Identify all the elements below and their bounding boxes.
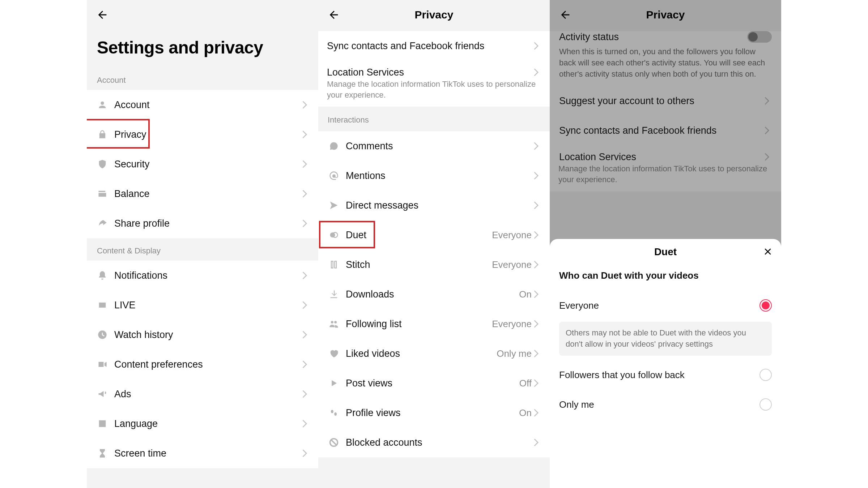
row-post-views[interactable]: Post views Off (318, 368, 550, 398)
row-label: Language (114, 418, 302, 429)
row-ads[interactable]: Ads (87, 379, 318, 409)
row-label: Following list (346, 318, 492, 330)
row-label: Privacy (114, 129, 302, 140)
back-icon[interactable] (328, 9, 340, 21)
row-value: Only me (497, 348, 532, 359)
chevron-right-icon (534, 409, 541, 416)
chevron-right-icon (534, 142, 541, 150)
privacy-duet-sheet-screen: Privacy Activity status When this is tur… (550, 0, 781, 488)
duet-bottom-sheet: Duet Who can Duet with your videos Every… (550, 239, 781, 488)
heart-icon (327, 348, 341, 359)
back-icon[interactable] (96, 9, 109, 21)
row-label: Liked videos (346, 348, 497, 359)
row-following-list[interactable]: Following list Everyone (318, 309, 550, 339)
row-label: Security (114, 159, 302, 170)
section-interactions-header: Interactions (318, 107, 550, 131)
row-stitch[interactable]: Stitch Everyone (318, 250, 550, 279)
row-label: Watch history (114, 329, 302, 341)
row-mentions[interactable]: Mentions (318, 161, 550, 191)
row-profile-views[interactable]: Profile views On (318, 398, 550, 428)
row-privacy[interactable]: Privacy (87, 120, 318, 149)
row-downloads[interactable]: Downloads On (318, 279, 550, 309)
row-label: Balance (114, 188, 302, 200)
chevron-right-icon (534, 202, 541, 209)
row-notifications[interactable]: Notifications (87, 261, 318, 290)
option-only-me[interactable]: Only me (550, 390, 781, 419)
chevron-right-icon (534, 261, 541, 268)
svg-point-2 (331, 410, 333, 413)
sheet-title: Duet (550, 239, 781, 264)
row-label: Blocked accounts (346, 437, 534, 448)
header: Privacy (318, 0, 550, 31)
info-note: Others may not be able to Duet with the … (559, 322, 772, 356)
row-sync-contacts[interactable]: Sync contacts and Facebook friends (318, 31, 550, 61)
lock-icon (95, 129, 109, 140)
send-icon (327, 200, 341, 210)
people-icon (327, 319, 341, 329)
sheet-subtitle: Who can Duet with your videos (550, 264, 781, 291)
row-label: Account (114, 99, 302, 111)
row-label: Direct messages (346, 200, 534, 211)
close-icon[interactable] (762, 246, 773, 257)
chevron-right-icon (534, 439, 541, 446)
row-live[interactable]: LIVE (87, 290, 318, 320)
row-share-profile[interactable]: Share profile (87, 209, 318, 238)
duet-icon (327, 230, 341, 240)
row-content-preferences[interactable]: Content preferences (87, 350, 318, 379)
row-value: On (519, 407, 532, 419)
row-label: Screen time (114, 448, 302, 459)
chevron-right-icon (534, 320, 541, 328)
chevron-right-icon (302, 131, 310, 138)
row-security[interactable]: Security (87, 149, 318, 179)
row-duet[interactable]: Duet Everyone (318, 220, 550, 250)
row-direct-messages[interactable]: Direct messages (318, 191, 550, 220)
section-account-header: Account (87, 68, 318, 90)
row-label: LIVE (114, 300, 302, 311)
row-label: Ads (114, 389, 302, 400)
row-label: Share profile (114, 218, 302, 229)
chevron-right-icon (534, 380, 541, 387)
row-label: Comments (346, 141, 534, 152)
row-balance[interactable]: Balance (87, 179, 318, 209)
radio-selected-icon (760, 299, 772, 312)
chevron-right-icon (534, 172, 541, 179)
chevron-right-icon (302, 361, 310, 368)
megaphone-icon (95, 389, 109, 399)
chevron-right-icon (302, 450, 310, 457)
chevron-right-icon (302, 272, 310, 279)
option-everyone[interactable]: Everyone (550, 291, 781, 320)
bell-icon (95, 270, 109, 281)
row-label: Location Services (327, 67, 534, 78)
settings-screen: Settings and privacy Account Account Pri… (87, 0, 318, 488)
content-list: Notifications LIVE Watch history Content… (87, 261, 318, 468)
svg-point-3 (334, 412, 337, 416)
option-followers-back[interactable]: Followers that you follow back (550, 360, 781, 390)
row-label: Downloads (346, 289, 519, 300)
row-blocked-accounts[interactable]: Blocked accounts (318, 428, 550, 457)
row-value: Off (519, 378, 532, 389)
chevron-right-icon (534, 69, 541, 76)
row-value: Everyone (492, 318, 532, 330)
row-label: Profile views (346, 407, 519, 419)
option-label: Everyone (559, 300, 760, 311)
chevron-right-icon (302, 190, 310, 197)
share-icon (95, 218, 109, 228)
clock-icon (95, 330, 109, 340)
row-location-services[interactable]: Location Services (318, 61, 550, 84)
row-comments[interactable]: Comments (318, 131, 550, 161)
video-icon (95, 359, 109, 369)
row-screen-time[interactable]: Screen time (87, 438, 318, 468)
chat-icon (327, 141, 341, 151)
row-label: Sync contacts and Facebook friends (327, 40, 534, 52)
chevron-right-icon (302, 331, 310, 338)
chevron-right-icon (534, 291, 541, 298)
row-liked-videos[interactable]: Liked videos Only me (318, 339, 550, 368)
header (87, 0, 318, 31)
chevron-right-icon (534, 231, 541, 239)
row-label: Duet (346, 230, 492, 241)
row-account[interactable]: Account (87, 90, 318, 120)
shield-icon (95, 159, 109, 169)
interactions-list: Comments Mentions Direct messages Duet E… (318, 131, 550, 457)
row-language[interactable]: Language (87, 409, 318, 438)
row-watch-history[interactable]: Watch history (87, 320, 318, 350)
